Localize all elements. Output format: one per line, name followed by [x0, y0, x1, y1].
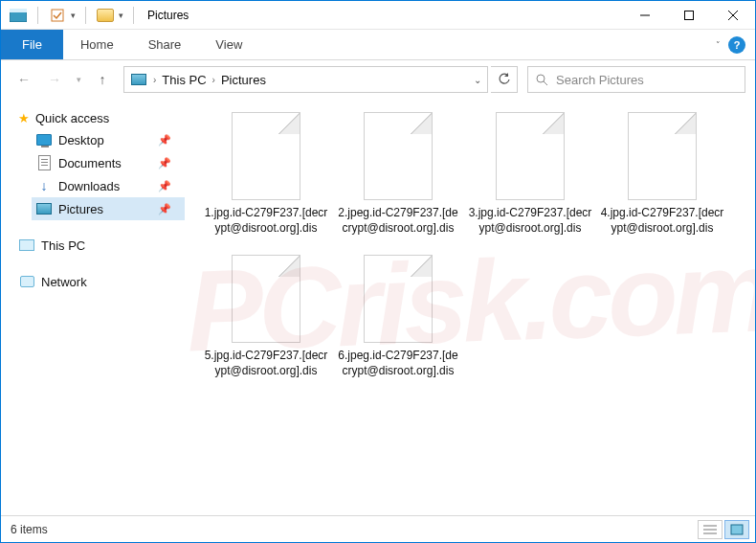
file-thumbnail-icon	[496, 112, 565, 200]
file-item[interactable]: 2.jpeg.id-C279F237.[decrypt@disroot.org]…	[332, 108, 464, 239]
chevron-right-icon[interactable]: ›	[212, 75, 215, 85]
svg-rect-1	[10, 9, 27, 12]
file-item[interactable]: 1.jpg.id-C279F237.[decrypt@disroot.org].…	[200, 108, 332, 239]
body: ★ Quick access Desktop 📌 Documents 📌 ↓ D…	[1, 99, 755, 516]
back-button[interactable]: ←	[11, 66, 37, 93]
forward-button[interactable]: →	[41, 66, 68, 93]
sidebar-item-label: Network	[41, 275, 87, 289]
sidebar-item-label: Pictures	[58, 202, 103, 216]
file-thumbnail-icon	[628, 112, 697, 200]
status-bar: 6 items	[1, 515, 755, 542]
file-name: 6.jpeg.id-C279F237.[decrypt@disroot.org]…	[336, 349, 460, 378]
pin-icon: 📌	[158, 203, 171, 215]
quick-access-toolbar: ▾ ▾	[9, 6, 140, 25]
details-view-button[interactable]	[698, 520, 723, 539]
close-button[interactable]	[711, 1, 755, 30]
svg-rect-4	[685, 11, 694, 20]
up-button[interactable]: ↑	[89, 66, 116, 93]
sidebar-item-pictures[interactable]: Pictures 📌	[32, 197, 185, 220]
sidebar-item-label: Documents	[58, 156, 122, 170]
recent-dropdown-icon[interactable]: ▾	[72, 66, 85, 93]
maximize-button[interactable]	[667, 1, 711, 30]
thumbnails-view-button[interactable]	[724, 520, 749, 539]
pin-icon: 📌	[158, 134, 171, 147]
network-icon	[18, 273, 35, 290]
pictures-icon	[130, 71, 147, 88]
pin-icon: 📌	[158, 157, 171, 170]
pc-icon	[18, 237, 35, 254]
desktop-icon	[35, 131, 53, 148]
refresh-button[interactable]	[491, 66, 518, 93]
documents-icon	[35, 154, 53, 171]
file-thumbnail-icon	[232, 255, 300, 343]
tab-share[interactable]: Share	[131, 30, 199, 59]
properties-icon[interactable]	[48, 6, 67, 25]
chevron-right-icon[interactable]: ›	[153, 75, 156, 85]
folder-icon	[96, 6, 115, 25]
separator	[85, 7, 86, 24]
sidebar-item-this-pc[interactable]: This PC	[14, 234, 185, 257]
star-icon: ★	[18, 111, 30, 125]
sidebar-item-label: Quick access	[35, 111, 109, 125]
file-name: 2.jpeg.id-C279F237.[decrypt@disroot.org]…	[336, 206, 460, 236]
svg-point-7	[537, 75, 545, 82]
ribbon: File Home Share View ˅ ?	[1, 30, 755, 60]
navigation-pane: ★ Quick access Desktop 📌 Documents 📌 ↓ D…	[1, 99, 192, 516]
titlebar: ▾ ▾ Pictures	[1, 1, 755, 30]
separator	[133, 7, 134, 24]
svg-rect-12	[731, 525, 743, 534]
tab-home[interactable]: Home	[63, 30, 131, 59]
address-bar[interactable]: › This PC › Pictures ⌄	[123, 66, 488, 93]
separator	[37, 7, 38, 24]
tab-view[interactable]: View	[198, 30, 259, 59]
file-item[interactable]: 4.jpg.id-C279F237.[decrypt@disroot.org].…	[596, 108, 728, 239]
navigation-bar: ← → ▾ ↑ › This PC › Pictures ⌄ Search Pi…	[1, 60, 755, 99]
svg-rect-2	[52, 10, 63, 21]
window-title: Pictures	[147, 9, 189, 22]
ribbon-expand-icon[interactable]: ˅	[716, 40, 721, 50]
breadcrumb[interactable]: Pictures	[221, 73, 266, 87]
file-name: 5.jpg.id-C279F237.[decrypt@disroot.org].…	[204, 349, 328, 378]
file-name: 4.jpg.id-C279F237.[decrypt@disroot.org].…	[600, 206, 724, 236]
file-item[interactable]: 5.jpg.id-C279F237.[decrypt@disroot.org].…	[200, 251, 332, 382]
file-name: 3.jpg.id-C279F237.[decrypt@disroot.org].…	[468, 206, 592, 236]
sidebar-item-desktop[interactable]: Desktop 📌	[32, 128, 185, 151]
breadcrumb[interactable]: This PC	[162, 73, 206, 87]
file-item[interactable]: 3.jpg.id-C279F237.[decrypt@disroot.org].…	[464, 108, 596, 239]
help-icon[interactable]: ?	[728, 36, 745, 54]
file-name: 1.jpg.id-C279F237.[decrypt@disroot.org].…	[204, 206, 328, 236]
file-thumbnail-icon	[364, 112, 433, 200]
sidebar-item-downloads[interactable]: ↓ Downloads 📌	[32, 174, 185, 197]
explorer-app-icon	[9, 6, 28, 25]
file-thumbnail-icon	[232, 112, 300, 200]
sidebar-item-label: Downloads	[58, 179, 120, 193]
item-count: 6 items	[11, 523, 48, 536]
sidebar-item-documents[interactable]: Documents 📌	[32, 151, 185, 174]
file-list[interactable]: 1.jpg.id-C279F237.[decrypt@disroot.org].…	[192, 99, 755, 516]
file-thumbnail-icon	[364, 255, 433, 343]
window-controls	[623, 1, 755, 30]
sidebar-item-label: This PC	[41, 238, 85, 253]
search-input[interactable]: Search Pictures	[527, 66, 745, 93]
address-dropdown-icon[interactable]: ⌄	[474, 75, 481, 85]
sidebar-quick-access[interactable]: ★ Quick access	[14, 108, 185, 128]
qat-dropdown-icon[interactable]: ▾	[71, 11, 76, 20]
search-icon	[536, 74, 548, 86]
qat-dropdown-icon[interactable]: ▾	[119, 11, 123, 20]
search-placeholder: Search Pictures	[556, 73, 644, 87]
pin-icon: 📌	[158, 180, 171, 192]
sidebar-item-label: Desktop	[58, 133, 104, 147]
downloads-icon: ↓	[35, 177, 53, 194]
sidebar-item-network[interactable]: Network	[14, 270, 185, 293]
pictures-icon	[35, 200, 53, 217]
file-item[interactable]: 6.jpeg.id-C279F237.[decrypt@disroot.org]…	[332, 251, 464, 382]
file-tab[interactable]: File	[1, 30, 63, 59]
minimize-button[interactable]	[623, 1, 667, 30]
svg-line-8	[544, 81, 547, 85]
